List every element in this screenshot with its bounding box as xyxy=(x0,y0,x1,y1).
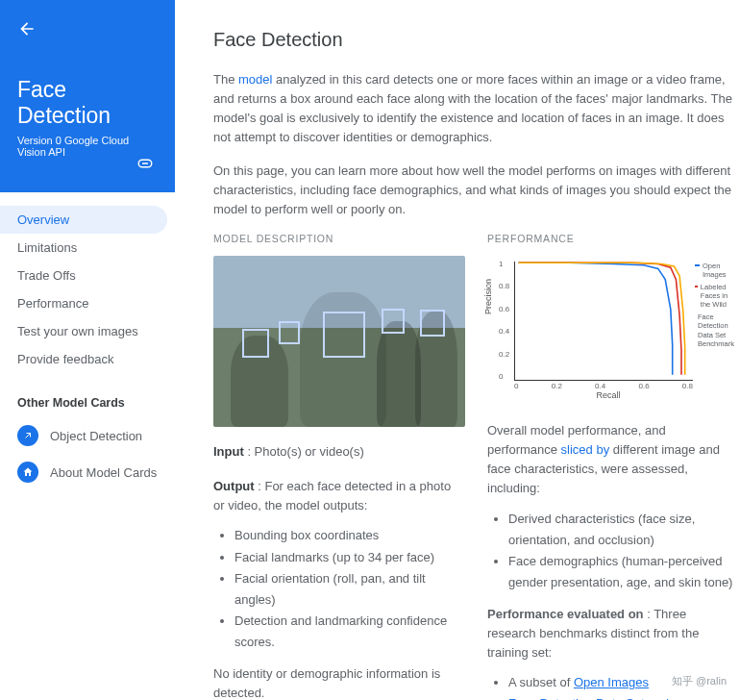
intro-para-2: On this page, you can learn more about h… xyxy=(213,162,732,219)
output-list: Bounding box coordinates Facial landmark… xyxy=(213,525,460,653)
assessed-list: Derived characteristics (face size, orie… xyxy=(487,509,734,593)
input-label: Input xyxy=(213,444,244,459)
input-text: : Photo(s) or video(s) xyxy=(247,444,363,459)
face-bounding-box xyxy=(242,329,269,358)
section-label: MODEL DESCRIPTION xyxy=(213,233,460,244)
example-image xyxy=(213,256,465,427)
model-description-section: MODEL DESCRIPTION Input : Photo(s) or vi… xyxy=(213,233,460,700)
face-bounding-box xyxy=(420,310,445,337)
other-card-about[interactable]: About Model Cards xyxy=(0,454,175,490)
nav-test-images[interactable]: Test your own images xyxy=(0,317,167,345)
main-content: Face Detection The model analyzed in thi… xyxy=(175,0,740,700)
intro-text: The xyxy=(213,72,238,87)
nav-limitations[interactable]: Limitations xyxy=(0,234,167,262)
back-arrow-icon[interactable] xyxy=(17,19,37,38)
hero-title: Face Detection xyxy=(17,77,158,129)
other-cards-heading: Other Model Cards xyxy=(0,383,175,417)
chart-legend: Open ImagesLabeled Faces in the WildFace… xyxy=(695,262,729,351)
page-title: Face Detection xyxy=(213,29,734,51)
sidebar: Face Detection Version 0 Google Cloud Vi… xyxy=(0,0,175,700)
arrow-up-right-icon xyxy=(17,425,38,446)
pr-curve-chart: 00.20.40.60.81 00.20.40.60.8 Precision R… xyxy=(487,256,729,400)
open-images-link[interactable]: Open Images xyxy=(574,675,649,689)
list-item: Facial landmarks (up to 34 per face) xyxy=(234,547,460,568)
nav-performance[interactable]: Performance xyxy=(0,289,167,317)
list-item: Face demographics (human-perceived gende… xyxy=(508,551,734,593)
sliced-by-link[interactable]: sliced by xyxy=(561,442,610,457)
performance-section: PERFORMANCE 00.20.40.60.81 00.20.40.60.8… xyxy=(487,233,734,700)
watermark: 知乎 @ralin xyxy=(672,674,727,688)
face-bounding-box xyxy=(323,312,365,358)
home-icon xyxy=(17,462,38,483)
section-label: PERFORMANCE xyxy=(487,233,734,244)
other-card-label: Object Detection xyxy=(50,429,142,443)
nav-overview[interactable]: Overview xyxy=(0,206,167,234)
x-axis-label: Recall xyxy=(487,390,729,400)
nav-trade-offs[interactable]: Trade Offs xyxy=(0,262,167,289)
intro-text: analyzed in this card detects one or mor… xyxy=(213,72,732,144)
fddb-link[interactable]: Face Detection Data Set and Benchmark xyxy=(508,696,669,700)
face-bounding-box xyxy=(279,321,300,344)
list-item: Face Detection Data Set and Benchmark xyxy=(508,693,734,700)
list-item: Facial orientation (roll, pan, and tilt … xyxy=(234,568,460,611)
model-link[interactable]: model xyxy=(238,72,272,87)
other-card-label: About Model Cards xyxy=(50,465,157,480)
list-item: Detection and landmarking confidence sco… xyxy=(234,611,460,653)
side-nav: Overview Limitations Trade Offs Performa… xyxy=(0,192,175,383)
output-label: Output xyxy=(213,479,255,493)
list-item: Derived characteristics (face size, orie… xyxy=(508,509,734,551)
no-identity-note: No identity or demographic information i… xyxy=(213,664,460,700)
list-item: Bounding box coordinates xyxy=(234,525,460,546)
eval-label: Performance evaluated on xyxy=(487,607,644,621)
chart-svg xyxy=(515,262,694,381)
nav-feedback[interactable]: Provide feedback xyxy=(0,345,167,373)
link-icon[interactable] xyxy=(136,155,154,175)
other-card-object-detection[interactable]: Object Detection xyxy=(0,417,175,454)
hero-panel: Face Detection Version 0 Google Cloud Vi… xyxy=(0,0,175,192)
face-bounding-box xyxy=(382,309,405,334)
intro-text: The model analyzed in this card detects … xyxy=(213,70,734,219)
y-axis-label: Precision xyxy=(483,279,493,314)
